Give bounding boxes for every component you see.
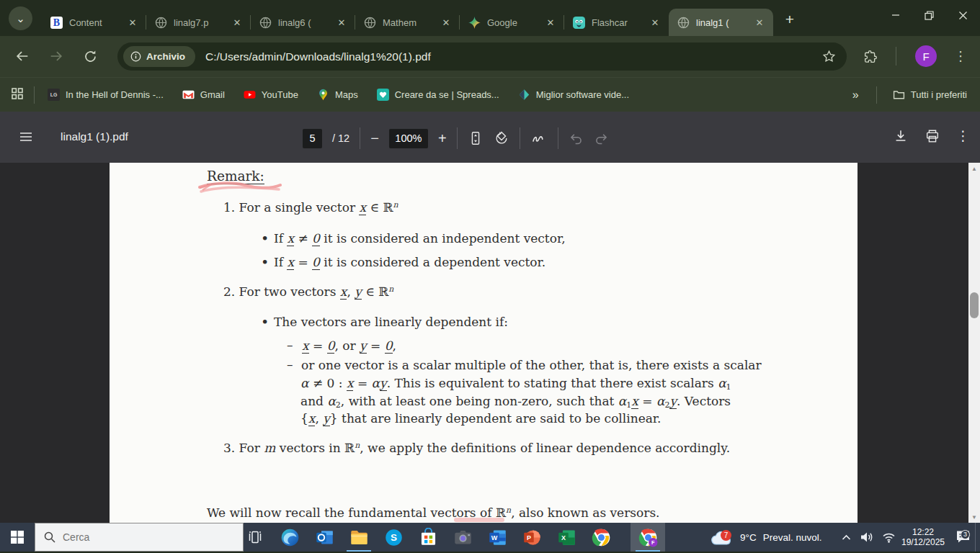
close-icon[interactable]: ✕ (126, 16, 139, 29)
taskbar-edge[interactable] (272, 523, 307, 552)
print-button[interactable] (925, 128, 940, 144)
zoom-in-button[interactable]: + (438, 130, 447, 147)
site-favicon-icon: LG (48, 89, 60, 101)
bookmark-label: Miglior software vide... (536, 89, 629, 100)
tab-linalg6[interactable]: linalg6 ( ✕ (251, 9, 355, 36)
scrollbar-thumb[interactable] (970, 292, 979, 318)
vertical-scrollbar[interactable]: ▲ ▼ (968, 163, 980, 523)
bookmark-dennis[interactable]: LG In the Hell of Dennis -... (48, 89, 164, 101)
taskbar-search[interactable] (35, 523, 244, 552)
pdf-viewer[interactable]: Remark: 1. For a single vector x ∈ ℝn • … (0, 163, 980, 523)
bookmark-creare[interactable]: Creare da se | Spreads... (377, 89, 499, 101)
taskbar-store[interactable] (411, 523, 445, 552)
doc-item2-dash2-line1: or one vector is a scalar multiple of th… (301, 358, 762, 372)
close-icon[interactable]: ✕ (335, 16, 348, 29)
redo-button[interactable] (594, 131, 609, 146)
download-button[interactable] (893, 128, 909, 144)
tab-mathem[interactable]: Mathem ✕ (355, 9, 460, 36)
annotate-button[interactable] (530, 130, 548, 147)
bookmarks-overflow-button[interactable]: » (852, 89, 859, 102)
bookmark-star-icon[interactable] (821, 49, 837, 64)
close-icon[interactable]: ✕ (440, 16, 453, 29)
apps-grid-button[interactable] (11, 87, 24, 103)
fit-page-button[interactable] (468, 130, 484, 146)
action-center-button[interactable]: 3 (951, 523, 976, 552)
zoom-out-button[interactable]: − (370, 130, 379, 147)
tray-expand-button[interactable] (836, 523, 856, 552)
globe-icon (677, 17, 690, 29)
tab-flashcards[interactable]: Flashcar ✕ (564, 9, 669, 36)
taskbar-word[interactable]: W (480, 523, 514, 552)
tab-search-button[interactable]: ⌄ (9, 6, 32, 30)
camera-icon (453, 528, 473, 547)
flashcards-app-icon (573, 17, 585, 29)
undo-button[interactable] (569, 131, 584, 146)
taskbar-camera[interactable] (445, 523, 480, 552)
undo-icon (569, 131, 584, 146)
bookmark-miglior[interactable]: Miglior software vide... (518, 89, 629, 101)
taskbar-clock[interactable]: 12:22 19/12/2025 (899, 523, 947, 552)
taskbar-skype[interactable]: S (376, 523, 411, 552)
scroll-down-arrow[interactable]: ▼ (968, 511, 980, 523)
gemini-sparkle-icon (468, 17, 481, 29)
close-icon[interactable]: ✕ (649, 16, 662, 29)
all-bookmarks-button[interactable]: Tutti i preferiti (893, 89, 967, 101)
taskbar-excel[interactable]: X (549, 523, 584, 552)
search-input[interactable] (63, 531, 221, 543)
network-button[interactable] (878, 523, 899, 552)
url-text[interactable]: C:/Users/admin/Downloads/linalg1%20(1).p… (205, 50, 821, 63)
start-button[interactable] (0, 523, 35, 552)
scroll-up-arrow[interactable]: ▲ (968, 163, 980, 174)
profile-avatar[interactable]: F (915, 45, 937, 67)
forward-button[interactable] (44, 44, 68, 68)
close-icon[interactable]: ✕ (753, 16, 766, 29)
taskbar-outlook[interactable] (307, 523, 342, 552)
folder-icon (893, 89, 905, 101)
window-close-button[interactable] (946, 0, 980, 30)
window-minimize-button[interactable] (878, 0, 912, 30)
clock-time: 12:22 (912, 527, 934, 537)
new-tab-button[interactable]: + (780, 9, 800, 30)
bookmark-gmail[interactable]: Gmail (182, 89, 225, 101)
zoom-level[interactable]: 100% (389, 129, 428, 148)
pdf-controls: / 12 − 100% + (303, 127, 609, 149)
tab-linalg1-active[interactable]: linalg1 ( ✕ (669, 9, 773, 36)
tab-label: Google (487, 17, 544, 28)
task-view-button[interactable] (238, 523, 272, 552)
window-maximize-button[interactable] (912, 0, 946, 30)
puzzle-icon (863, 49, 878, 64)
globe-icon (155, 17, 167, 29)
word-icon: W (488, 528, 507, 547)
file-scheme-chip[interactable]: Archivio (123, 46, 195, 67)
info-icon (130, 51, 141, 62)
taskbar-weather[interactable]: 7 9°C Preval. nuvol. (710, 523, 821, 552)
close-icon[interactable]: ✕ (231, 16, 244, 29)
doc-item2-dash2-line3: and α2, with at least one being non-zero… (300, 394, 731, 408)
taskbar-chrome-profile-active[interactable]: F (631, 523, 665, 552)
pdf-page[interactable]: Remark: 1. For a single vector x ∈ ℝn • … (110, 163, 858, 523)
doc-item2-bullet1: The vectors are linearly dependent if: (274, 315, 508, 329)
rotate-button[interactable] (494, 130, 509, 146)
weather-temp: 9°C (740, 532, 757, 543)
bookmark-youtube[interactable]: YouTube (244, 89, 298, 101)
tab-google[interactable]: Google ✕ (460, 9, 564, 36)
bookmark-maps[interactable]: Maps (317, 89, 358, 101)
tab-linalg7[interactable]: linalg7.p ✕ (146, 9, 251, 36)
show-desktop-button[interactable] (975, 523, 980, 552)
taskbar-powerpoint[interactable]: P (514, 523, 549, 552)
extensions-button[interactable] (858, 44, 882, 68)
pdf-menu-button[interactable] (19, 130, 33, 144)
address-bar[interactable]: Archivio C:/Users/admin/Downloads/linalg… (117, 42, 847, 71)
back-button[interactable] (10, 44, 35, 68)
taskbar-chrome[interactable] (584, 523, 618, 552)
volume-button[interactable] (856, 523, 878, 552)
tab-content[interactable]: B Content ✕ (42, 9, 146, 36)
page-number-input[interactable] (303, 129, 322, 148)
browser-menu-button[interactable]: ⋮ (948, 44, 973, 68)
taskbar-file-explorer[interactable] (342, 523, 376, 552)
pdf-more-button[interactable]: ⋮ (956, 127, 970, 144)
pdf-right-actions: ⋮ (893, 127, 970, 144)
outlook-icon (315, 528, 334, 547)
close-icon[interactable]: ✕ (544, 16, 557, 29)
reload-button[interactable] (78, 44, 102, 68)
